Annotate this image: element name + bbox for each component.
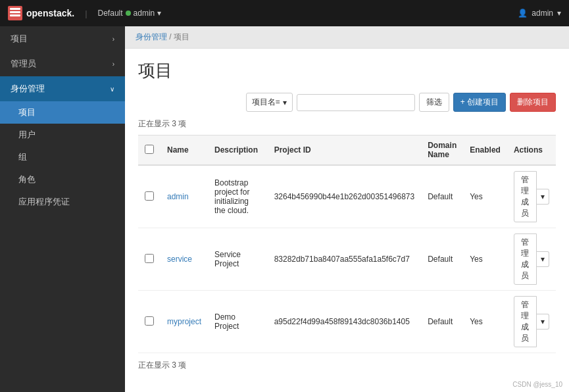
th-name: Name <box>161 135 208 166</box>
svg-rect-1 <box>10 11 20 13</box>
filter-select[interactable]: 项目名= ▾ <box>246 93 293 112</box>
th-project-id: Project ID <box>268 135 422 166</box>
filter-select-label: 项目名= <box>252 97 280 108</box>
logo-text: openstack. <box>26 8 74 18</box>
svg-rect-2 <box>10 14 20 16</box>
sidebar-sub-item-projects[interactable]: 项目 <box>0 101 125 124</box>
sidebar-sub-item-app-creds[interactable]: 应用程序凭证 <box>0 191 125 213</box>
td-checkbox-0 <box>138 165 161 228</box>
th-description: Description <box>208 135 268 166</box>
manage-members-button-0[interactable]: 管理成员 <box>514 171 537 222</box>
td-name-0: admin <box>161 165 208 228</box>
manage-members-button-1[interactable]: 管理成员 <box>514 233 537 285</box>
filter-input[interactable] <box>297 94 415 111</box>
td-enabled-2: Yes <box>463 291 507 353</box>
page-title: 项目 <box>138 59 556 82</box>
topnav-user-caret: ▾ <box>557 9 561 18</box>
topnav-right[interactable]: 👤 admin ▾ <box>518 9 561 18</box>
sidebar-sub-item-groups-label: 组 <box>18 152 27 162</box>
select-all-checkbox[interactable] <box>145 145 154 154</box>
watermark: CSDN @jess_10 <box>512 381 562 388</box>
td-id-0: 3264b456990b44e1b262d00351496873 <box>268 165 422 228</box>
sidebar: 项目 › 管理员 › 身份管理 ∨ 项目 用户 组 角色 应用程序凭证 <box>0 26 125 392</box>
action-group-1: 管理成员 ▾ <box>514 233 549 285</box>
td-description-0: Bootstrap project for initializing the c… <box>208 165 268 228</box>
breadcrumb: 身份管理 / 项目 <box>125 26 569 49</box>
sidebar-sub-item-app-creds-label: 应用程序凭证 <box>18 197 70 207</box>
action-group-2: 管理成员 ▾ <box>514 296 549 347</box>
projects-table: Name Description Project ID DomainName E… <box>138 135 556 353</box>
td-checkbox-1 <box>138 228 161 291</box>
filter-button[interactable]: 筛选 <box>419 93 449 112</box>
page-body: 项目 项目名= ▾ 筛选 + 创建项目 删除项目 正在显示 3 项 <box>125 49 569 387</box>
svg-rect-3 <box>10 8 20 10</box>
sidebar-item-admin[interactable]: 管理员 › <box>0 51 125 76</box>
region-label: Default <box>98 9 123 18</box>
breadcrumb-separator: / <box>169 32 174 41</box>
td-id-2: a95d22f4d99a458f89143dc8036b1405 <box>268 291 422 353</box>
chevron-right-icon: › <box>112 36 114 43</box>
user-icon-top: 👤 <box>518 9 528 18</box>
sidebar-item-admin-label: 管理员 <box>11 58 36 70</box>
td-checkbox-2 <box>138 291 161 353</box>
td-actions-0: 管理成员 ▾ <box>507 165 556 228</box>
chevron-down-icon: ∨ <box>110 86 114 93</box>
action-caret-button-1[interactable]: ▾ <box>537 251 549 267</box>
td-domain-1: Default <box>421 228 463 291</box>
project-name-link-0[interactable]: admin <box>167 192 189 201</box>
topnav-user: admin <box>134 9 155 18</box>
sidebar-sub-item-projects-label: 项目 <box>18 107 36 117</box>
topnav-user-display: admin <box>532 9 553 18</box>
td-actions-1: 管理成员 ▾ <box>507 228 556 291</box>
manage-members-button-2[interactable]: 管理成员 <box>514 296 537 347</box>
content-area: 身份管理 / 项目 项目 项目名= ▾ 筛选 + 创建项目 删除项目 正在显示 … <box>125 26 569 392</box>
status-dot <box>126 11 131 16</box>
td-enabled-1: Yes <box>463 228 507 291</box>
th-domain-name: DomainName <box>421 135 463 166</box>
action-caret-button-0[interactable]: ▾ <box>537 189 549 205</box>
row-checkbox-1[interactable] <box>145 254 154 263</box>
breadcrumb-projects: 项目 <box>174 32 189 41</box>
count-text-top: 正在显示 3 项 <box>138 118 556 130</box>
chevron-right-icon-admin: › <box>112 61 114 68</box>
count-text-bottom: 正在显示 3 项 <box>138 360 556 371</box>
td-id-1: 83282db71ba8407aa555afa1a5f6c7d7 <box>268 228 422 291</box>
top-navigation: openstack. | Default admin ▾ 👤 admin ▾ <box>0 0 569 26</box>
breadcrumb-identity[interactable]: 身份管理 <box>136 32 167 41</box>
td-domain-0: Default <box>421 165 463 228</box>
td-description-2: Demo Project <box>208 291 268 353</box>
sidebar-sub-item-users[interactable]: 用户 <box>0 124 125 146</box>
sidebar-item-identity-label: 身份管理 <box>11 83 45 95</box>
td-description-1: Service Project <box>208 228 268 291</box>
action-group-0: 管理成员 ▾ <box>514 171 549 222</box>
filter-select-caret: ▾ <box>283 98 287 107</box>
topnav-left: openstack. | Default admin ▾ <box>8 6 161 20</box>
table-row: service Service Project 83282db71ba8407a… <box>138 228 556 291</box>
nav-region[interactable]: Default admin ▾ <box>98 9 162 18</box>
row-checkbox-2[interactable] <box>145 316 154 326</box>
th-enabled: Enabled <box>463 135 507 166</box>
main-layout: 项目 › 管理员 › 身份管理 ∨ 项目 用户 组 角色 应用程序凭证 身份管 <box>0 26 569 392</box>
sidebar-sub-item-roles-label: 角色 <box>18 174 36 184</box>
sidebar-sub-item-groups[interactable]: 组 <box>0 146 125 168</box>
create-project-button[interactable]: + 创建项目 <box>453 93 506 112</box>
delete-project-button[interactable]: 删除项目 <box>510 93 556 112</box>
nav-separator: | <box>85 9 87 18</box>
td-actions-2: 管理成员 ▾ <box>507 291 556 353</box>
sidebar-item-identity[interactable]: 身份管理 ∨ <box>0 76 125 101</box>
sidebar-item-project[interactable]: 项目 › <box>0 26 125 51</box>
sidebar-sub-item-users-label: 用户 <box>18 130 36 139</box>
th-checkbox <box>138 135 161 166</box>
logo[interactable]: openstack. <box>8 6 74 20</box>
action-caret-button-2[interactable]: ▾ <box>537 314 549 330</box>
td-name-1: service <box>161 228 208 291</box>
project-name-link-2[interactable]: myproject <box>167 317 201 326</box>
table-row: myproject Demo Project a95d22f4d99a458f8… <box>138 291 556 353</box>
sidebar-sub-item-roles[interactable]: 角色 <box>0 168 125 191</box>
row-checkbox-0[interactable] <box>145 191 154 201</box>
td-name-2: myproject <box>161 291 208 353</box>
td-domain-2: Default <box>421 291 463 353</box>
td-enabled-0: Yes <box>463 165 507 228</box>
openstack-logo-icon <box>8 6 22 20</box>
project-name-link-1[interactable]: service <box>167 255 192 264</box>
